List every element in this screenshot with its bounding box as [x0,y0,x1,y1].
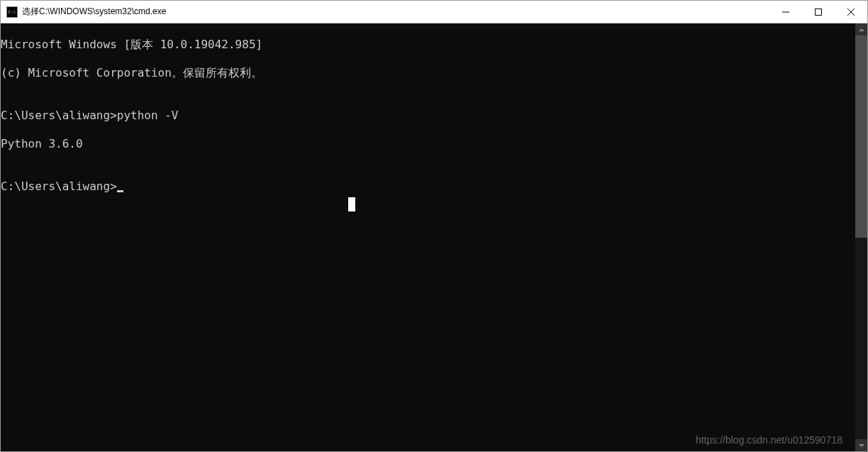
close-button[interactable] [835,1,867,23]
scrollbar-down-arrow[interactable] [855,439,867,451]
cmd-window: 选择C:\WINDOWS\system32\cmd.exe Microsoft … [0,0,868,452]
svg-rect-1 [816,9,822,15]
terminal-line: (c) Microsoft Corporation。保留所有权利。 [1,66,855,80]
close-icon [847,9,855,16]
chevron-down-icon [859,444,864,447]
cmd-icon [6,6,18,18]
watermark-text: https://blog.csdn.net/u012590718 [696,433,842,447]
window-title: 选择C:\WINDOWS\system32\cmd.exe [22,6,769,18]
maximize-icon [815,9,822,16]
titlebar[interactable]: 选择C:\WINDOWS\system32\cmd.exe [1,1,867,23]
scrollbar-up-arrow[interactable] [855,23,867,35]
content-area: Microsoft Windows [版本 10.0.19042.985] (c… [1,23,867,451]
terminal-line: Microsoft Windows [版本 10.0.19042.985] [1,38,855,52]
chevron-up-icon [859,28,864,31]
prompt-text: C:\Users\aliwang> [1,180,117,193]
svg-marker-4 [859,28,864,31]
minimize-button[interactable] [769,1,802,23]
scrollbar-thumb[interactable] [855,35,867,238]
text-cursor [117,190,123,192]
terminal-prompt: C:\Users\aliwang> [1,180,855,194]
window-controls [769,1,867,23]
terminal-line: Python 3.6.0 [1,137,855,151]
terminal-line: C:\Users\aliwang>python -V [1,109,855,123]
minimize-icon [782,9,789,16]
terminal-output[interactable]: Microsoft Windows [版本 10.0.19042.985] (c… [1,23,855,451]
maximize-button[interactable] [802,1,835,23]
svg-marker-5 [859,444,864,447]
selection-cursor [348,197,355,211]
vertical-scrollbar[interactable] [855,23,867,451]
scrollbar-track[interactable] [855,35,867,439]
